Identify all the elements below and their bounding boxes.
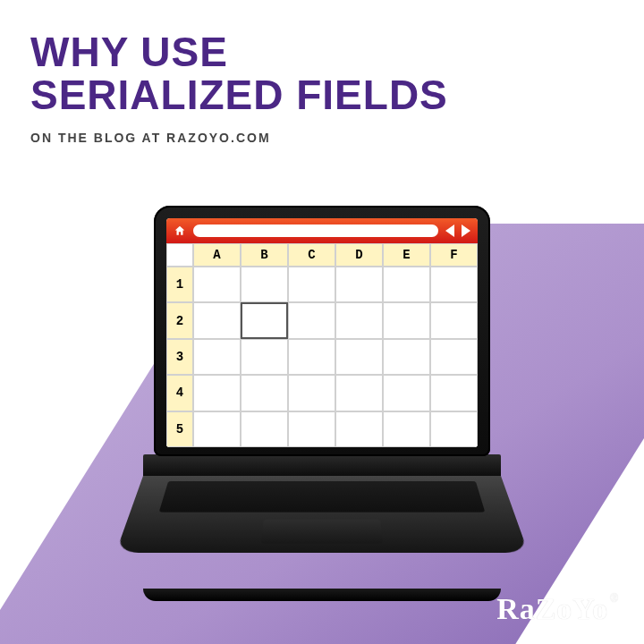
cell-b1	[241, 267, 288, 302]
cell-f5	[430, 411, 478, 447]
col-header-e: E	[383, 243, 430, 267]
cell-d3	[335, 339, 383, 375]
cell-e1	[383, 267, 430, 302]
cell-b5	[241, 411, 288, 447]
cell-a4	[193, 375, 241, 411]
screen-bezel: A B C D E F 1 2 3 4 5	[154, 206, 490, 456]
col-header-c: C	[288, 243, 335, 267]
row-header-3: 3	[166, 339, 193, 375]
home-icon	[174, 225, 186, 237]
laptop-illustration: A B C D E F 1 2 3 4 5	[143, 206, 501, 601]
col-header-f: F	[430, 243, 478, 267]
cell-d2	[335, 302, 383, 338]
cell-c2	[288, 302, 335, 338]
cell-d4	[335, 375, 383, 411]
cell-e5	[383, 411, 430, 447]
headline-line2: SERIALIZED FIELDS	[30, 73, 448, 116]
cell-f3	[430, 339, 478, 375]
col-header-b: B	[241, 243, 288, 267]
cell-a5	[193, 411, 241, 447]
cell-c4	[288, 375, 335, 411]
laptop-front-edge	[143, 589, 501, 601]
cell-d5	[335, 411, 383, 447]
cell-f2	[430, 302, 478, 338]
cell-d1	[335, 267, 383, 302]
cell-e2	[383, 302, 430, 338]
spreadsheet: A B C D E F 1 2 3 4 5	[166, 243, 478, 447]
hinge	[143, 454, 501, 478]
cell-b2-selected	[241, 302, 288, 338]
forward-icon	[462, 225, 470, 237]
cell-b4	[241, 375, 288, 411]
cell-e4	[383, 375, 430, 411]
browser-bar	[166, 218, 478, 243]
row-header-5: 5	[166, 411, 193, 447]
keyboard	[159, 481, 486, 513]
cell-a1	[193, 267, 241, 302]
screen: A B C D E F 1 2 3 4 5	[166, 218, 478, 447]
keyboard-deck	[115, 476, 528, 553]
sheet-corner	[166, 243, 193, 267]
cell-a2	[193, 302, 241, 338]
headline: WHY USE SERIALIZED FIELDS	[30, 30, 448, 117]
row-header-4: 4	[166, 375, 193, 411]
brand-logo: RaZoYo ®	[496, 592, 619, 626]
back-icon	[445, 225, 454, 237]
trackpad	[261, 520, 383, 544]
cell-f1	[430, 267, 478, 302]
subheadline: ON THE BLOG AT RAZOYO.COM	[30, 131, 271, 145]
col-header-a: A	[193, 243, 241, 267]
cell-a3	[193, 339, 241, 375]
cell-c1	[288, 267, 335, 302]
headline-line1: WHY USE	[30, 30, 448, 73]
col-header-d: D	[335, 243, 383, 267]
cell-f4	[430, 375, 478, 411]
row-header-2: 2	[166, 302, 193, 338]
brand-name: RaZoYo	[496, 592, 608, 626]
cell-b3	[241, 339, 288, 375]
cell-c3	[288, 339, 335, 375]
address-bar	[193, 225, 438, 237]
row-header-1: 1	[166, 267, 193, 302]
registered-icon: ®	[610, 592, 619, 605]
cell-e3	[383, 339, 430, 375]
cell-c5	[288, 411, 335, 447]
